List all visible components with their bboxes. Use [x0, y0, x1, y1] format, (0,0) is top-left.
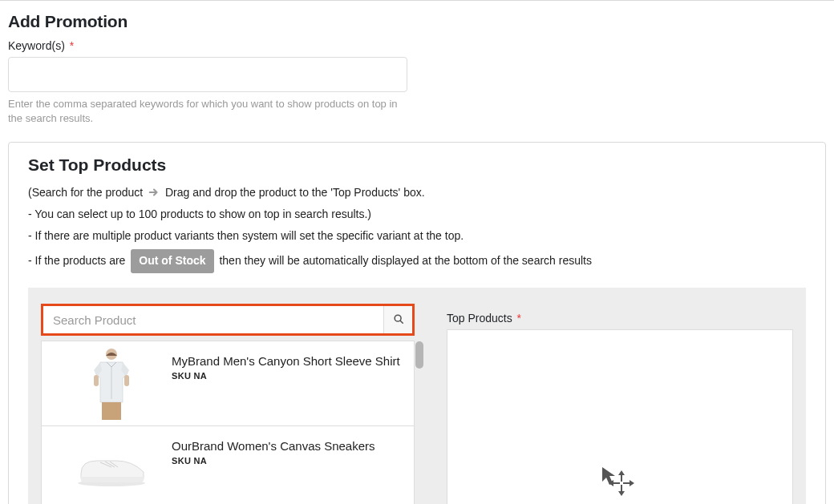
product-sku: SKU NA: [172, 371, 404, 381]
instruction-open: (Search for the product: [28, 186, 143, 199]
keywords-label: Keyword(s) *: [8, 39, 826, 52]
svg-rect-4: [124, 375, 129, 386]
set-top-products-panel: Set Top Products (Search for the product…: [8, 142, 826, 504]
list-item-info: OurBrand Women's Canvas Sneakers SKU NA: [172, 431, 404, 466]
svg-line-1: [400, 321, 403, 323]
svg-rect-3: [94, 375, 99, 386]
instruction-bullet-3: - If the products are Out of Stock then …: [28, 249, 806, 273]
instruction-bullet-3-prefix: - If the products are: [28, 254, 125, 267]
required-mark: *: [517, 312, 521, 325]
svg-rect-6: [102, 402, 121, 420]
product-thumbnail: [51, 431, 172, 504]
page-title: Add Promotion: [8, 12, 826, 31]
keywords-label-text: Keyword(s): [8, 39, 65, 52]
search-icon: [393, 313, 404, 327]
product-title: OurBrand Women's Canvas Sneakers: [172, 439, 404, 453]
instruction-bullet-3-suffix: then they will be automatically displaye…: [219, 254, 592, 267]
top-products-label: Top Products *: [447, 312, 793, 325]
search-input[interactable]: [43, 306, 383, 333]
top-products-label-text: Top Products: [447, 312, 512, 325]
arrow-right-icon: [148, 186, 160, 197]
list-item[interactable]: MyBrand Men's Canyon Short Sleeve Shirt …: [42, 341, 414, 426]
list-item[interactable]: OurBrand Women's Canvas Sneakers SKU NA: [42, 426, 414, 504]
instruction-drag-text: Drag and drop the product to the 'Top Pr…: [165, 186, 425, 199]
out-of-stock-pill: Out of Stock: [131, 249, 213, 273]
top-products-dropzone[interactable]: [447, 329, 793, 504]
instruction-drag: (Search for the product Drag and drop th…: [28, 184, 806, 201]
instruction-bullet-1: - You can select up to 100 products to s…: [28, 206, 806, 223]
list-item-info: MyBrand Men's Canyon Short Sleeve Shirt …: [172, 346, 404, 381]
search-results: MyBrand Men's Canyon Short Sleeve Shirt …: [41, 341, 415, 504]
scrollbar-thumb[interactable]: [415, 341, 423, 369]
keywords-helper: Enter the comma separated keywords for w…: [8, 97, 409, 126]
keywords-input[interactable]: [8, 57, 407, 92]
drag-drop-icon: [597, 466, 642, 504]
product-sku: SKU NA: [172, 456, 404, 466]
instruction-bullet-2: - If there are multiple product variants…: [28, 228, 806, 244]
search-button[interactable]: [383, 306, 412, 333]
product-thumbnail: [51, 346, 172, 421]
panel-heading: Set Top Products: [28, 155, 806, 175]
required-mark: *: [70, 39, 74, 52]
product-title: MyBrand Men's Canyon Short Sleeve Shirt: [172, 354, 404, 368]
product-search-box: [41, 304, 415, 336]
